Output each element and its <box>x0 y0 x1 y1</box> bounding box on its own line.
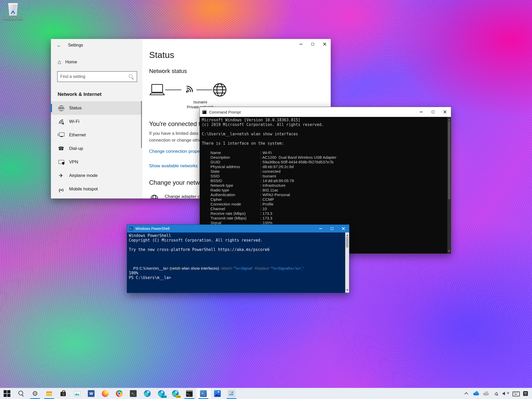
taskbar-system-info-button[interactable] <box>224 388 238 399</box>
taskbar-chrome-button[interactable] <box>112 388 126 399</box>
powershell-titlebar[interactable]: Windows PowerShell <box>127 225 349 232</box>
tray-volume-muted-button[interactable] <box>501 388 511 399</box>
cmd-property-row: SSIDtsunami <box>202 174 449 178</box>
cmd-property-row: Transmit rate (Mbps)173.3 <box>202 216 449 221</box>
taskbar-firefox-button[interactable] <box>98 388 112 399</box>
command-segment: wlan show interfaces <box>181 266 218 270</box>
minimize-button[interactable] <box>415 107 427 117</box>
cmd-property-row: CipherCCMP <box>202 197 449 202</box>
taskbar-photos-button[interactable] <box>70 388 84 399</box>
sidebar-item-label: Dial-up <box>69 146 83 151</box>
sidebar-item-status[interactable]: Status <box>51 101 142 115</box>
close-button[interactable] <box>439 107 451 117</box>
minimize-icon <box>420 112 423 112</box>
command-segment: -Match <box>220 266 232 270</box>
hidden-icons-chevron-icon <box>463 390 469 397</box>
powershell-command-line: PS C:\Users\m__la> (netsh wlan show inte… <box>129 257 344 271</box>
cmd-titlebar[interactable]: Command Prompt <box>200 107 451 117</box>
sidebar-item-icon <box>58 145 64 152</box>
maximize-button[interactable] <box>326 225 338 232</box>
network-name: tsunami <box>181 99 220 104</box>
taskbar-terminal-button[interactable] <box>126 388 140 399</box>
taskbar-file-explorer-button[interactable] <box>42 388 56 399</box>
taskbar: BETA CAN <box>0 388 532 399</box>
tray-action-center-button[interactable] <box>521 388 530 399</box>
cmd-scrollbar[interactable] <box>447 117 451 254</box>
wifi-signal-icon <box>178 79 200 101</box>
command-prompt-icon <box>202 110 207 114</box>
powershell-header-output: Windows PowerShell Copyright (C) Microso… <box>129 233 344 252</box>
tray-onedrive-gray-button[interactable] <box>481 388 491 399</box>
powershell-terminal-output[interactable]: Windows PowerShell Copyright (C) Microso… <box>127 232 349 293</box>
cmd-property-row: Stateconnected <box>202 169 449 174</box>
taskbar-word-button[interactable] <box>84 388 98 399</box>
sidebar-item-hotspot[interactable]: Mobile hotspot <box>51 182 142 196</box>
settings-search-box <box>57 71 137 82</box>
recycle-bin[interactable]: Recycle Bin <box>3 2 23 21</box>
tray-touch-keyboard-button[interactable] <box>511 388 521 399</box>
maximize-icon <box>331 227 333 230</box>
taskbar-store-button[interactable] <box>56 388 70 399</box>
taskbar-edge-beta-button[interactable]: BETA <box>154 388 168 399</box>
scroll-up-icon[interactable] <box>448 118 450 120</box>
show-available-networks-link[interactable]: Show available networks <box>149 163 198 169</box>
maximize-icon <box>432 111 434 113</box>
taskbar-start-button[interactable] <box>0 388 14 399</box>
scrollbar-thumb[interactable] <box>346 237 348 248</box>
cmd-property-row: Receive rate (Mbps)173.3 <box>202 211 449 216</box>
recycle-bin-icon <box>8 2 18 16</box>
sidebar-scrollbar[interactable] <box>141 101 142 148</box>
sidebar-item-label: Mobile hotspot <box>69 187 98 192</box>
close-button[interactable] <box>338 225 349 232</box>
powershell-scrollbar[interactable] <box>345 232 349 293</box>
cmd-window-title: Command Prompt <box>209 110 241 114</box>
taskbar-search-button[interactable] <box>14 388 28 399</box>
back-button[interactable]: ← <box>54 41 64 50</box>
sidebar-item-label: Wi-Fi <box>69 119 79 124</box>
onedrive-icon <box>473 390 479 397</box>
tray-wifi-tray-button[interactable] <box>491 388 501 399</box>
recycle-arrows-icon <box>11 8 15 14</box>
scrollbar-thumb[interactable] <box>448 121 450 199</box>
scroll-up-icon[interactable] <box>346 234 348 236</box>
tray-onedrive-button[interactable] <box>471 388 481 399</box>
maximize-button[interactable] <box>427 107 439 117</box>
taskbar-photos-app-button[interactable] <box>210 388 224 399</box>
powershell-window-title: Windows PowerShell <box>135 227 170 231</box>
selected-accent-bar <box>51 104 52 112</box>
sidebar-item-dialup[interactable]: Dial-up <box>51 142 142 155</box>
scroll-down-icon[interactable] <box>448 250 450 253</box>
cmd-property-row: NameWi-Fi <box>202 150 449 155</box>
cmd-property-row: Network typeInfrastructure <box>202 183 449 188</box>
sidebar-item-label: Ethernet <box>69 132 86 138</box>
taskbar-cmd-button[interactable] <box>182 388 196 399</box>
sidebar-item-icon <box>58 132 64 138</box>
cmd-interface-table: NameWi-Fi DescriptionAC1200 Dual Band Wi… <box>202 150 449 230</box>
taskbar-settings-button[interactable] <box>28 388 42 399</box>
search-input[interactable] <box>58 74 128 79</box>
sidebar-item-home[interactable]: ⌂ Home <box>51 57 142 68</box>
laptop-icon <box>149 83 165 96</box>
taskbar-powershell-button[interactable] <box>196 388 210 399</box>
change-connection-properties-link[interactable]: Change connection properties <box>149 149 208 154</box>
edge-icon <box>144 390 151 397</box>
sidebar-item-label: VPN <box>69 159 78 165</box>
maximize-button[interactable] <box>307 39 319 49</box>
close-button[interactable] <box>319 39 331 49</box>
search-icon[interactable] <box>128 74 134 79</box>
taskbar-edge-button[interactable] <box>140 388 154 399</box>
search-icon <box>18 390 24 397</box>
tray-hidden-icons-chevron-button[interactable] <box>461 388 471 399</box>
cmd-property-row: GUID59a36bca-50ff-4434-858b-f9276d537e7b <box>202 160 449 164</box>
sidebar-item-ethernet[interactable]: Ethernet <box>51 128 142 142</box>
powershell-output-value: 100% <box>129 271 344 275</box>
taskbar-edge-canary-button[interactable]: CAN <box>168 388 182 399</box>
scroll-down-icon[interactable] <box>346 289 348 292</box>
system-info-icon <box>228 390 235 397</box>
minimize-button[interactable] <box>315 225 326 232</box>
sidebar-item-vpn[interactable]: VPN <box>51 155 142 169</box>
powershell-icon <box>200 390 207 397</box>
sidebar-item-wifi[interactable]: Wi-Fi <box>51 115 142 128</box>
sidebar-item-airplane[interactable]: Airplane mode <box>51 169 142 182</box>
minimize-button[interactable] <box>295 39 307 49</box>
